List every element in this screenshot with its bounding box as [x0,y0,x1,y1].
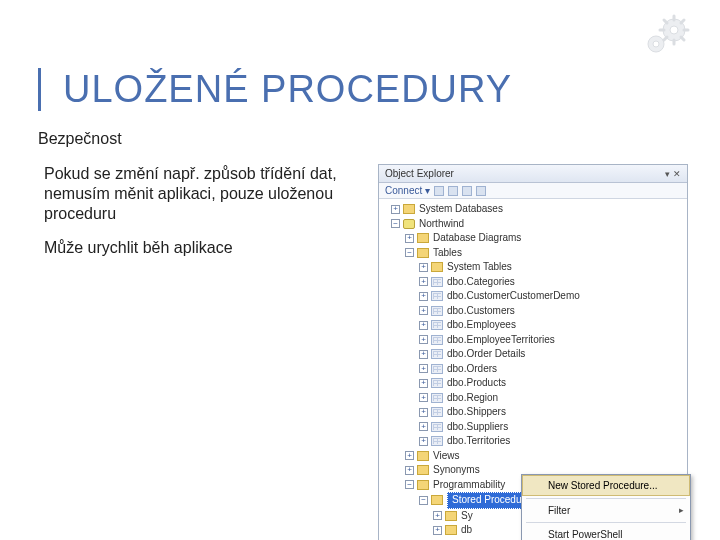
svg-line-9 [681,37,684,40]
svg-line-11 [664,37,667,40]
menu-item-start-powershell[interactable]: Start PowerShell [522,525,690,541]
tree-node-views: +Views [383,449,687,464]
connect-dropdown[interactable]: Connect ▾ [385,185,430,196]
menu-separator [526,522,686,523]
context-menu[interactable]: New Stored Procedure... Filter Start Pow… [521,474,691,541]
menu-item-filter[interactable]: Filter [522,501,690,520]
toolbar-icon[interactable] [448,186,458,196]
tree-node-tables: −Tables [383,246,687,261]
object-explorer-panel: Object Explorer ▾ ✕ Connect ▾ +System Da… [378,164,688,540]
tree-node-table: +System Tables [383,260,687,275]
tree-node-table: +dbo.EmployeeTerritories [383,333,687,348]
tree-node-table: +dbo.Categories [383,275,687,290]
panel-title: Object Explorer [385,168,454,179]
tree-node-northwind: −Northwind [383,217,687,232]
tree-node-table: +dbo.Region [383,391,687,406]
svg-point-3 [653,41,659,47]
panel-controls[interactable]: ▾ ✕ [665,169,681,179]
paragraph-2: Může urychlit běh aplikace [44,238,354,258]
subtitle: Bezpečnost [38,130,122,148]
svg-line-8 [664,20,667,23]
title-block: ULOŽENÉ PROCEDURY [38,68,512,111]
tree-node-table: +dbo.Customers [383,304,687,319]
tree-node-table: +dbo.Suppliers [383,420,687,435]
paragraph-1: Pokud se změní např. způsob třídění dat,… [44,164,354,224]
page-title: ULOŽENÉ PROCEDURY [63,68,512,111]
toolbar-icon[interactable] [434,186,444,196]
body-text: Pokud se změní např. způsob třídění dat,… [44,164,354,272]
tree-node-table: +dbo.Territories [383,434,687,449]
tree-node-system-databases: +System Databases [383,202,687,217]
toolbar-icon[interactable] [476,186,486,196]
tree-node-table: +dbo.Order Details [383,347,687,362]
tree-node-table: +dbo.CustomerCustomerDemo [383,289,687,304]
svg-point-1 [670,26,678,34]
menu-item-new-stored-procedure[interactable]: New Stored Procedure... [522,475,690,496]
tree-node-table: +dbo.Orders [383,362,687,377]
toolbar-icon[interactable] [462,186,472,196]
tree-node-table: +dbo.Shippers [383,405,687,420]
svg-line-10 [681,20,684,23]
panel-toolbar[interactable]: Connect ▾ [379,183,687,199]
tree-node-table: +dbo.Products [383,376,687,391]
tree-node-table: +dbo.Employees [383,318,687,333]
panel-titlebar: Object Explorer ▾ ✕ [379,165,687,183]
gears-icon [640,14,696,62]
tree-node-diagrams: +Database Diagrams [383,231,687,246]
menu-separator [526,498,686,499]
